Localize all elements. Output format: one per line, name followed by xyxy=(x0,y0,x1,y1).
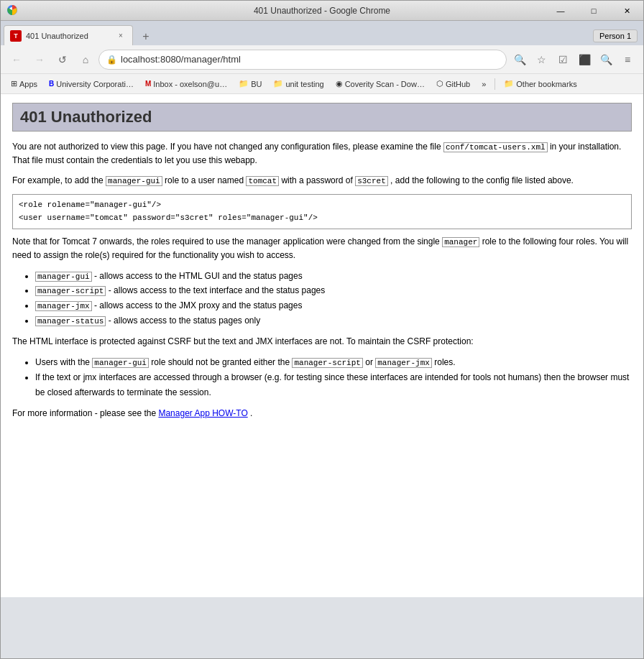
para1-text: You are not authorized to view this page… xyxy=(12,142,441,152)
tab-favicon: T xyxy=(10,30,22,42)
bookmark-other-label: Other bookmarks xyxy=(516,80,576,88)
footer-text: For more information - please see the Ma… xyxy=(12,407,632,420)
csrf-list: Users with the manager-gui role should n… xyxy=(35,355,632,399)
csrf-item2-text: If the text or jmx interfaces are access… xyxy=(35,372,629,397)
university-icon: B xyxy=(49,80,54,88)
page-heading: 401 Unauthorized xyxy=(12,103,632,132)
paragraph-2: For example, to add the manager-gui role… xyxy=(12,174,632,188)
minimize-button[interactable]: — xyxy=(544,1,577,21)
manager-code: manager xyxy=(442,237,479,247)
bookmark-university[interactable]: B University Corporati… xyxy=(45,78,138,90)
zoom-button[interactable]: 🔍 xyxy=(596,50,616,70)
list-item: manager-gui - allows access to the HTML … xyxy=(35,269,632,284)
active-tab[interactable]: T 401 Unauthorized × xyxy=(4,25,133,45)
tab-bar: T 401 Unauthorized × + Person 1 xyxy=(1,21,643,45)
bookmark-other[interactable]: 📁 Other bookmarks xyxy=(500,78,581,90)
list-item: manager-script - allows access to the te… xyxy=(35,283,632,298)
bookmark-bu-label: BU xyxy=(251,80,262,88)
bookmark-inbox-label: Inbox - oxelson@u… xyxy=(153,80,227,88)
tab-title: 401 Unauthorized xyxy=(26,32,112,40)
bookmark-github-label: GitHub xyxy=(446,80,470,88)
howto-link[interactable]: Manager App HOW-TO xyxy=(158,408,247,418)
csrf-item-2: If the text or jmx interfaces are access… xyxy=(35,370,632,400)
list-item: manager-jmx - allows access to the JMX p… xyxy=(35,298,632,313)
bookmark-star-button[interactable]: ☆ xyxy=(531,50,551,70)
forward-button[interactable]: → xyxy=(29,50,50,70)
footer-pre: For more information - please see the xyxy=(12,408,156,418)
bookmark-coverity[interactable]: ◉ Coverity Scan - Dow… xyxy=(331,78,429,90)
csrf-item-1: Users with the manager-gui role should n… xyxy=(35,355,632,370)
role-desc-1: - allows access to the HTML GUI and the … xyxy=(92,271,303,281)
bookmarks-separator xyxy=(494,78,495,90)
para2-pre: For example, to add the xyxy=(12,175,104,185)
footer-suf: . xyxy=(250,408,252,418)
nav-bar: ← → ↺ ⌂ 🔒 localhost:8080/manager/html 🔍 … xyxy=(1,45,643,74)
bookmark-bu[interactable]: 📁 BU xyxy=(234,78,266,90)
tomcat-user-code: tomcat xyxy=(246,176,279,186)
page-content: 401 Unauthorized You are not authorized … xyxy=(1,94,643,597)
github-icon: ⬡ xyxy=(436,79,443,88)
chrome-window: 401 Unauthorized - Google Chrome — □ ✕ T… xyxy=(0,0,644,659)
unit-testing-folder-icon: 📁 xyxy=(273,79,283,88)
new-tab-button[interactable]: + xyxy=(136,28,156,45)
close-button[interactable]: ✕ xyxy=(610,1,643,21)
manager-gui-csrf-code: manager-gui xyxy=(92,358,149,368)
manager-script-csrf-code: manager-script xyxy=(292,358,362,368)
role-code-3: manager-jmx xyxy=(35,301,92,311)
s3cret-code: s3cret xyxy=(355,176,388,186)
bookmark-github[interactable]: ⬡ GitHub xyxy=(432,78,474,90)
code-line-1: <role rolename="manager-gui"/> xyxy=(19,199,625,212)
manager-jmx-csrf-code: manager-jmx xyxy=(375,358,432,368)
role-desc-2: - allows access to the text interface an… xyxy=(106,285,325,295)
role-code-2: manager-script xyxy=(35,286,106,296)
csrf-item1-or: or xyxy=(365,357,375,367)
para2-mid: role to a user named xyxy=(165,175,244,185)
tab-close-button[interactable]: × xyxy=(115,30,126,42)
lock-icon: 🔒 xyxy=(106,55,117,65)
bookmark-university-label: University Corporati… xyxy=(56,80,134,88)
address-bar[interactable]: 🔒 localhost:8080/manager/html xyxy=(98,50,507,70)
code-line-2: <user username="tomcat" password="s3cret… xyxy=(19,212,625,225)
bookmark-unit-testing-label: unit testing xyxy=(285,80,323,88)
role-desc-3: - allows access to the JMX proxy and the… xyxy=(92,300,303,310)
nav-right-icons: 🔍 ☆ ☑ ⬛ 🔍 ≡ xyxy=(510,50,638,70)
bookmark-unit-testing[interactable]: 📁 unit testing xyxy=(269,78,328,90)
home-button[interactable]: ⌂ xyxy=(75,50,96,70)
roles-list: manager-gui - allows access to the HTML … xyxy=(35,269,632,328)
title-bar: 401 Unauthorized - Google Chrome — □ ✕ xyxy=(1,1,643,21)
manager-gui-code-1: manager-gui xyxy=(106,176,162,186)
window-title: 401 Unauthorized - Google Chrome xyxy=(254,6,390,16)
csrf-item1-mid: role should not be granted either the xyxy=(151,357,292,367)
bookmark-coverity-label: Coverity Scan - Dow… xyxy=(345,80,425,88)
bookmark-more[interactable]: » xyxy=(477,78,490,90)
inbox-icon: M xyxy=(145,80,151,88)
coverity-icon: ◉ xyxy=(336,79,343,88)
para3-pre: Note that for Tomcat 7 onwards, the role… xyxy=(12,236,440,246)
apps-icon: ⊞ xyxy=(11,79,17,88)
extensions-button[interactable]: ☑ xyxy=(553,50,573,70)
search-button[interactable]: 🔍 xyxy=(510,50,530,70)
reload-button[interactable]: ↺ xyxy=(52,50,73,70)
more-bookmarks-icon: » xyxy=(482,80,486,88)
xml-code-block: <role rolename="manager-gui"/> <user use… xyxy=(12,194,632,229)
menu-button[interactable]: ≡ xyxy=(617,50,638,70)
person-button[interactable]: Person 1 xyxy=(593,29,638,42)
bookmark-inbox[interactable]: M Inbox - oxelson@u… xyxy=(141,78,231,90)
csrf-heading-text: The HTML interface is protected against … xyxy=(12,335,632,348)
window-controls: — □ ✕ xyxy=(544,1,643,21)
puzzle-button[interactable]: ⬛ xyxy=(574,50,594,70)
para2-suf: , add the following to the config file l… xyxy=(390,175,574,185)
list-item: manager-status - allows access to the st… xyxy=(35,313,632,328)
para2-mid2: with a password of xyxy=(281,175,352,185)
bookmark-apps[interactable]: ⊞ Apps xyxy=(6,78,42,90)
role-code-1: manager-gui xyxy=(35,272,92,282)
role-desc-4: - allows access to the status pages only xyxy=(106,315,260,326)
back-button[interactable]: ← xyxy=(6,50,27,70)
chrome-icon xyxy=(6,4,18,18)
address-text: localhost:8080/manager/html xyxy=(121,54,241,65)
maximize-button[interactable]: □ xyxy=(577,1,610,21)
role-code-4: manager-status xyxy=(35,316,106,326)
bookmarks-bar: ⊞ Apps B University Corporati… M Inbox -… xyxy=(1,74,643,94)
other-bookmarks-folder-icon: 📁 xyxy=(504,79,514,88)
paragraph-3: Note that for Tomcat 7 onwards, the role… xyxy=(12,235,632,262)
